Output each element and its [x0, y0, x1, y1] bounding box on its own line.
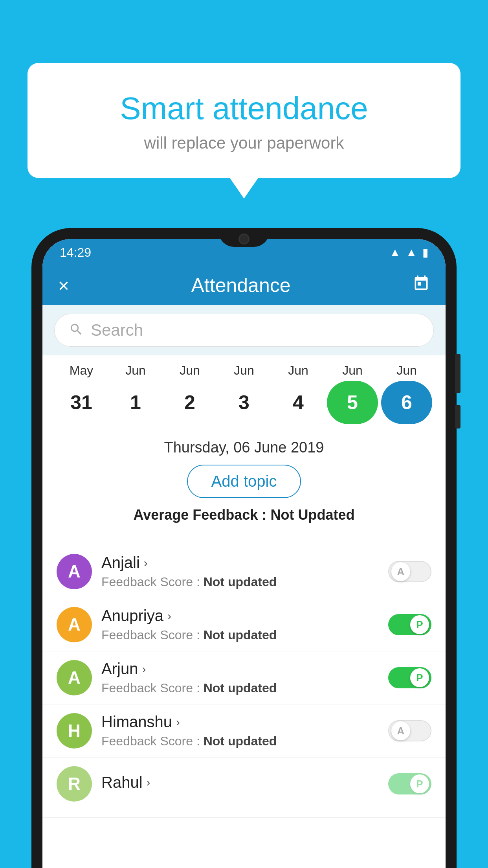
- cal-month-1: Jun: [110, 363, 161, 378]
- avg-feedback-value: Not Updated: [270, 507, 354, 523]
- feedback-value-himanshu: Not updated: [204, 734, 277, 748]
- status-time: 14:29: [60, 245, 91, 260]
- student-info-partial: Rahul ›: [101, 774, 379, 794]
- student-item-partial[interactable]: R Rahul › P: [42, 758, 446, 818]
- chevron-icon: ›: [144, 556, 148, 570]
- cal-date-6[interactable]: 6: [381, 381, 432, 424]
- calendar-icon[interactable]: [413, 275, 430, 296]
- cal-month-0: May: [56, 363, 107, 378]
- cal-date-3[interactable]: 3: [218, 381, 270, 424]
- toggle-knob-arjun: P: [410, 668, 429, 687]
- cal-date-31[interactable]: 31: [56, 381, 107, 424]
- cal-date-1[interactable]: 1: [110, 381, 161, 424]
- app-title: Attendance: [191, 274, 291, 297]
- toggle-knob-anjali: A: [391, 562, 410, 581]
- phone-notch: [218, 228, 270, 247]
- avg-feedback-label: Average Feedback :: [134, 507, 267, 523]
- calendar-months: May Jun Jun Jun Jun Jun Jun: [50, 363, 438, 378]
- wifi-icon: ▲: [390, 246, 401, 259]
- speech-bubble: Smart attendance will replace your paper…: [28, 63, 460, 178]
- avatar-partial: R: [57, 766, 92, 802]
- student-item-anjali[interactable]: A Anjali › Feedback Score : Not updated …: [42, 545, 446, 598]
- chevron-icon: ›: [167, 609, 171, 623]
- phone-camera: [238, 234, 250, 245]
- cal-date-2[interactable]: 2: [164, 381, 215, 424]
- cal-month-2: Jun: [164, 363, 215, 378]
- cal-date-4[interactable]: 4: [273, 381, 324, 424]
- calendar-dates: 31 1 2 3 4 5 6: [50, 381, 438, 424]
- search-bar[interactable]: Search: [54, 314, 434, 347]
- status-icons: ▲ ▲ ▮: [390, 246, 428, 259]
- student-info-himanshu: Himanshu › Feedback Score : Not updated: [101, 713, 379, 748]
- bubble-subtitle: will replace your paperwork: [51, 134, 437, 153]
- attendance-toggle-anupriya[interactable]: P: [388, 614, 431, 635]
- student-name-arjun: Arjun ›: [101, 660, 379, 678]
- student-feedback-arjun: Feedback Score : Not updated: [101, 681, 379, 695]
- student-feedback-anjali: Feedback Score : Not updated: [101, 575, 379, 589]
- student-item-anupriya[interactable]: A Anupriya › Feedback Score : Not update…: [42, 598, 446, 651]
- avatar-arjun: A: [57, 660, 92, 695]
- avatar-himanshu: H: [57, 713, 92, 748]
- student-list: A Anjali › Feedback Score : Not updated …: [42, 545, 446, 818]
- avatar-anjali: A: [57, 554, 92, 589]
- cal-month-4: Jun: [273, 363, 324, 378]
- student-feedback-anupriya: Feedback Score : Not updated: [101, 628, 379, 642]
- phone-screen: 14:29 ▲ ▲ ▮ × Attendance: [42, 239, 446, 868]
- content-area: Thursday, 06 June 2019 Add topic Average…: [42, 428, 446, 545]
- search-placeholder: Search: [91, 321, 143, 340]
- cal-month-3: Jun: [218, 363, 270, 378]
- student-item-himanshu[interactable]: H Himanshu › Feedback Score : Not update…: [42, 704, 446, 758]
- student-name-anupriya: Anupriya ›: [101, 607, 379, 625]
- feedback-value-arjun: Not updated: [204, 681, 277, 695]
- student-info-anjali: Anjali › Feedback Score : Not updated: [101, 554, 379, 589]
- toggle-knob-himanshu: A: [391, 721, 410, 740]
- selected-date-label: Thursday, 06 June 2019: [57, 439, 431, 456]
- attendance-toggle-himanshu[interactable]: A: [388, 720, 431, 741]
- student-name-partial: Rahul ›: [101, 774, 379, 791]
- bubble-title: Smart attendance: [51, 90, 437, 127]
- calendar-row: May Jun Jun Jun Jun Jun Jun 31 1 2 3 4 5…: [42, 355, 446, 428]
- app-header: × Attendance: [42, 266, 446, 305]
- speech-bubble-container: Smart attendance will replace your paper…: [28, 63, 460, 178]
- chevron-icon: ›: [142, 662, 146, 676]
- search-icon: [69, 322, 84, 338]
- chevron-icon: ›: [176, 715, 180, 729]
- attendance-toggle-partial[interactable]: P: [388, 773, 431, 794]
- student-info-anupriya: Anupriya › Feedback Score : Not updated: [101, 607, 379, 642]
- student-info-arjun: Arjun › Feedback Score : Not updated: [101, 660, 379, 695]
- cal-month-6: Jun: [381, 363, 432, 378]
- add-topic-button[interactable]: Add topic: [187, 465, 301, 498]
- signal-icon: ▲: [406, 246, 417, 259]
- volume-up-button: [455, 354, 460, 393]
- student-item-arjun[interactable]: A Arjun › Feedback Score : Not updated P: [42, 651, 446, 704]
- student-name-anjali: Anjali ›: [101, 554, 379, 572]
- student-name-himanshu: Himanshu ›: [101, 713, 379, 731]
- toggle-knob-partial: P: [410, 774, 429, 793]
- attendance-toggle-anjali[interactable]: A: [388, 561, 431, 582]
- cal-date-5[interactable]: 5: [327, 381, 378, 424]
- student-feedback-himanshu: Feedback Score : Not updated: [101, 734, 379, 748]
- attendance-toggle-arjun[interactable]: P: [388, 667, 431, 688]
- avatar-anupriya: A: [57, 607, 92, 642]
- close-button[interactable]: ×: [58, 275, 69, 296]
- battery-icon: ▮: [422, 246, 428, 259]
- feedback-value-anjali: Not updated: [204, 575, 277, 589]
- chevron-icon: ›: [147, 776, 150, 789]
- toggle-knob-anupriya: P: [410, 615, 429, 634]
- feedback-value-anupriya: Not updated: [204, 628, 277, 642]
- search-container: Search: [42, 305, 446, 355]
- phone-frame: 14:29 ▲ ▲ ▮ × Attendance: [31, 228, 457, 868]
- avg-feedback: Average Feedback : Not Updated: [57, 507, 431, 523]
- cal-month-5: Jun: [327, 363, 378, 378]
- volume-down-button: [455, 405, 460, 428]
